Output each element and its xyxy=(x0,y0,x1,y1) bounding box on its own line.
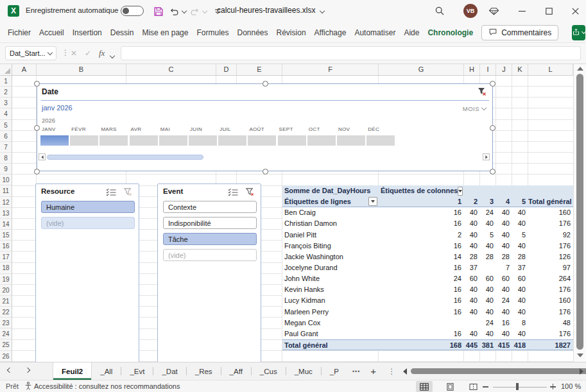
row-header-6[interactable]: 6 xyxy=(0,131,12,142)
timeline-tile-sept[interactable] xyxy=(278,135,306,146)
scroll-right-icon[interactable] xyxy=(580,368,583,375)
accessibility-status[interactable]: Accessibilité : consultez nos recommanda… xyxy=(34,382,180,390)
horizontal-scroll-thumb[interactable] xyxy=(411,368,586,374)
sheet-tab-res[interactable]: _Res xyxy=(187,362,221,380)
pivot-row-label[interactable]: John White xyxy=(282,273,379,284)
sheet-tab-cus[interactable]: _Cus xyxy=(252,362,286,380)
pivot-value-header[interactable]: Somme de Dat_DayHours xyxy=(282,185,379,196)
sheet-tab-muc[interactable]: _Muc xyxy=(286,362,321,380)
view-page-break-button[interactable] xyxy=(465,381,481,392)
column-header-B[interactable]: B xyxy=(37,64,126,75)
pivot-value-cell[interactable]: 160 xyxy=(528,207,573,218)
pivot-value-cell[interactable]: 40 xyxy=(464,295,480,306)
multi-select-icon[interactable] xyxy=(227,187,239,197)
row-header-2[interactable]: 2 xyxy=(0,87,12,98)
timeline-tile-juin[interactable] xyxy=(189,135,217,146)
row-header-10[interactable]: 10 xyxy=(0,175,12,185)
column-header-A[interactable]: A xyxy=(12,64,37,75)
pivot-row-label[interactable]: Ben Craig xyxy=(282,207,379,218)
pivot-column-label[interactable]: Total général xyxy=(528,196,573,207)
pivot-value-cell[interactable]: 40 xyxy=(464,328,480,339)
row-header-26[interactable]: 26 xyxy=(0,351,12,362)
pivot-value-cell[interactable]: 40 xyxy=(480,295,496,306)
pivot-value-cell[interactable]: 28 xyxy=(464,251,480,262)
pivot-value-cell[interactable]: 40 xyxy=(464,307,480,318)
pivot-value-cell[interactable]: 40 xyxy=(496,218,512,229)
excel-app-icon[interactable]: X xyxy=(8,5,19,17)
pivot-value-cell[interactable]: 40 xyxy=(512,295,528,306)
timeline-tile-janv[interactable] xyxy=(40,135,69,146)
insert-function-icon[interactable]: fx xyxy=(99,48,105,58)
pivot-row-header-cell[interactable]: Étiquettes de lignes xyxy=(282,196,379,207)
timeline-scroll-right-icon[interactable] xyxy=(483,153,490,160)
column-header-G[interactable]: G xyxy=(379,64,464,75)
pivot-row-label[interactable]: Lucy Kidman xyxy=(282,295,379,306)
pivot-row-label[interactable]: François Biting xyxy=(282,241,379,251)
pivot-value-cell[interactable]: 16 xyxy=(379,241,464,251)
slicer-item-vide[interactable]: (vide) xyxy=(163,249,257,261)
pivot-value-cell[interactable]: 40 xyxy=(464,218,480,229)
row-header-22[interactable]: 22 xyxy=(0,307,12,318)
new-sheet-button[interactable]: + xyxy=(365,362,381,380)
pivot-value-cell[interactable]: 40 xyxy=(464,284,480,295)
timeline-date[interactable]: Date janv 2026 MOIS 2026 JANVFÉVRMARSAVR… xyxy=(37,83,493,171)
slicer-item-tâche[interactable]: Tâche xyxy=(163,233,257,245)
tab-mise-en-page[interactable]: Mise en page xyxy=(142,28,188,37)
pivot-value-cell[interactable]: 40 xyxy=(496,307,512,318)
redo-dropdown-icon[interactable] xyxy=(199,6,211,17)
pivot-row[interactable]: Ben Craig1640244040160 xyxy=(282,207,573,218)
pivot-value-cell[interactable]: 16 xyxy=(379,218,464,229)
maximize-button[interactable] xyxy=(538,0,560,22)
sheet-tab-active[interactable]: Feuil2 xyxy=(53,362,92,380)
view-normal-button[interactable] xyxy=(416,381,433,392)
multi-select-icon[interactable] xyxy=(105,187,117,197)
pivot-row-label[interactable]: Paul Grant xyxy=(282,328,379,339)
pivot-table[interactable]: Somme de Dat_DayHours Étiquettes de colo… xyxy=(282,185,573,350)
row-labels-filter-dropdown[interactable] xyxy=(368,197,377,206)
pivot-value-cell[interactable]: 176 xyxy=(528,307,573,318)
pivot-row[interactable]: Christian Damon1640404040176 xyxy=(282,218,573,229)
scroll-left-icon[interactable] xyxy=(403,368,407,375)
pivot-value-cell[interactable]: 40 xyxy=(480,241,496,251)
pivot-row[interactable]: Kevin Hanks1640404040176 xyxy=(282,284,573,295)
tab-automatiser[interactable]: Automatiser xyxy=(354,28,395,37)
pivot-total-row[interactable]: Total général1684453814154181827 xyxy=(282,339,573,350)
search-icon[interactable] xyxy=(434,5,445,17)
pivot-row[interactable]: Jocelyne Durand163773797 xyxy=(282,262,573,273)
row-header-1[interactable]: 1 xyxy=(0,76,12,87)
tab-fichier[interactable]: Fichier xyxy=(8,28,31,37)
pivot-value-cell[interactable]: 40 xyxy=(512,284,528,295)
pivot-value-cell[interactable]: 176 xyxy=(528,241,573,251)
tab-formules[interactable]: Formules xyxy=(196,28,228,37)
timeline-tile-juil[interactable] xyxy=(218,135,246,146)
select-all-corner[interactable] xyxy=(0,64,12,76)
pivot-value-cell[interactable]: 24 xyxy=(379,273,464,284)
sheet-nav-next-icon[interactable] xyxy=(19,362,36,380)
zoom-slider-track[interactable] xyxy=(493,387,547,388)
timeline-tile-août[interactable] xyxy=(248,135,276,146)
column-header-J[interactable]: J xyxy=(496,64,512,75)
pivot-row[interactable]: Megan Cox2416848 xyxy=(282,318,573,328)
pivot-row-label[interactable]: Kevin Hanks xyxy=(282,284,379,295)
sheet-nav-prev-icon[interactable] xyxy=(0,362,19,380)
pivot-row[interactable]: John White2460606060264 xyxy=(282,273,573,284)
pivot-row-label[interactable]: Christian Damon xyxy=(282,218,379,229)
pivot-value-cell[interactable]: 40 xyxy=(512,218,528,229)
handle-top-right[interactable] xyxy=(490,81,496,87)
row-header-20[interactable]: 20 xyxy=(0,285,12,296)
pivot-value-cell[interactable]: 2 xyxy=(379,230,464,241)
pivot-value-cell[interactable]: 28 xyxy=(480,251,496,262)
tab-dessin[interactable]: Dessin xyxy=(110,28,134,37)
formula-bar-expand-icon[interactable] xyxy=(110,51,114,60)
handle-top-left[interactable] xyxy=(34,81,40,87)
row-header-7[interactable]: 7 xyxy=(0,142,12,153)
pivot-value-cell[interactable]: 40 xyxy=(512,207,528,218)
pivot-value-cell[interactable]: 37 xyxy=(512,262,528,273)
row-header-25[interactable]: 25 xyxy=(0,339,12,350)
zoom-slider-thumb[interactable] xyxy=(516,383,519,390)
timeline-tile-févr[interactable] xyxy=(70,135,98,146)
handle-mid-right[interactable] xyxy=(490,125,496,131)
pivot-value-cell[interactable]: 28 xyxy=(496,251,512,262)
pivot-value-cell[interactable]: 48 xyxy=(528,318,573,328)
slicer-resource[interactable]: Resource Humaine(vide) xyxy=(35,183,139,363)
